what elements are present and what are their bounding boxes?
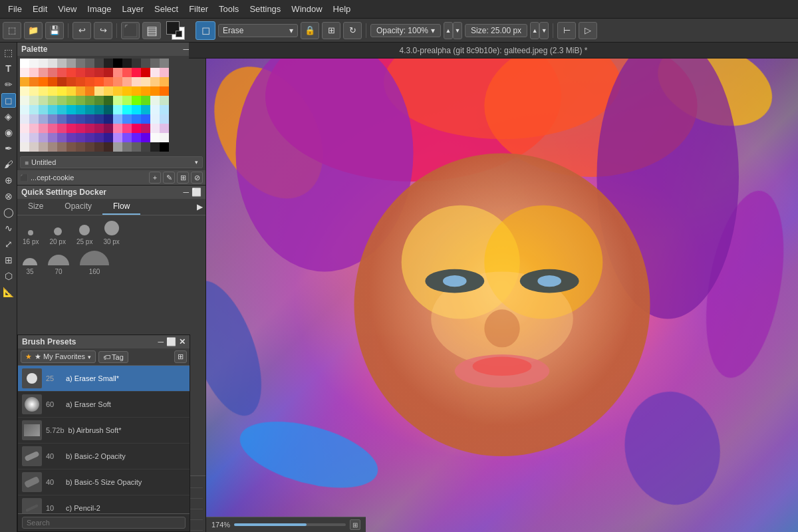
swatch[interactable] <box>132 86 141 96</box>
swatch[interactable] <box>122 86 132 96</box>
swatch[interactable] <box>122 105 132 114</box>
swatch[interactable] <box>57 96 66 105</box>
swatch[interactable] <box>20 142 29 152</box>
swatch[interactable] <box>160 68 169 77</box>
pattern-button-2[interactable]: ▤ <box>142 22 161 39</box>
swatch[interactable] <box>132 133 141 142</box>
menu-filter[interactable]: Filter <box>184 1 213 17</box>
swatch[interactable] <box>94 68 104 77</box>
swatch[interactable] <box>94 142 104 152</box>
swatch[interactable] <box>160 77 169 86</box>
palette-selector[interactable]: ■ Untitled ▾ <box>20 156 203 168</box>
swatch[interactable] <box>94 86 104 96</box>
swatch[interactable] <box>160 142 169 152</box>
swatch[interactable] <box>160 105 169 114</box>
swatch[interactable] <box>113 77 122 86</box>
brush-size-25[interactable]: 25 px <box>76 225 92 245</box>
swatch[interactable] <box>57 105 66 114</box>
swatch[interactable] <box>141 86 150 96</box>
lock-button[interactable]: 🔒 <box>301 22 319 39</box>
swatch[interactable] <box>48 68 57 77</box>
brush-selector[interactable]: Erase ▾ <box>218 24 298 37</box>
brush-list[interactable]: 25 a) Eraser Small* 60 a) Eraser Soft 5.… <box>18 366 190 513</box>
undo-button[interactable]: ↩ <box>72 22 91 39</box>
swatch[interactable] <box>20 124 29 133</box>
swatch[interactable] <box>29 68 39 77</box>
swatch[interactable] <box>76 114 85 124</box>
palette-delete-btn[interactable]: ⊘ <box>191 172 203 184</box>
smudge-tool[interactable]: ∿ <box>1 221 16 235</box>
swatch[interactable] <box>150 133 160 142</box>
swatch[interactable] <box>150 77 160 86</box>
menu-window[interactable]: Window <box>286 1 327 17</box>
swatch[interactable] <box>20 68 29 77</box>
swatch[interactable] <box>39 124 48 133</box>
opacity-down[interactable]: ▼ <box>453 22 462 39</box>
swatch[interactable] <box>104 133 113 142</box>
brush-presets-minimize[interactable]: ─ <box>158 337 164 346</box>
tab-opacity[interactable]: Opacity <box>54 199 102 215</box>
favorites-dropdown[interactable]: ★ ★ My Favorites ▾ <box>21 350 96 363</box>
swatch[interactable] <box>20 77 29 86</box>
brush-presets-header[interactable]: Brush Presets ─ ⬜ ✕ <box>18 335 190 348</box>
swatch[interactable] <box>76 68 85 77</box>
swatch[interactable] <box>122 114 132 124</box>
crop-tool[interactable]: ⊞ <box>1 253 16 267</box>
swatch[interactable] <box>122 77 132 86</box>
swatch[interactable] <box>48 96 57 105</box>
swatch[interactable] <box>85 96 94 105</box>
swatch[interactable] <box>39 142 48 152</box>
opacity-up[interactable]: ▲ <box>444 22 453 39</box>
swatch[interactable] <box>141 105 150 114</box>
swatch[interactable] <box>113 96 122 105</box>
eraser-160[interactable]: 160 <box>80 251 109 275</box>
swatch[interactable] <box>150 124 160 133</box>
grid-view-button[interactable]: ⊞ <box>174 350 187 363</box>
swatch[interactable] <box>113 86 122 96</box>
open-button[interactable]: 📁 <box>24 22 43 39</box>
swatch[interactable] <box>20 96 29 105</box>
paths-tool[interactable]: ⬡ <box>1 269 16 283</box>
swatch[interactable] <box>150 105 160 114</box>
color-pair[interactable] <box>166 21 190 40</box>
palette-edit-btn[interactable]: ✎ <box>163 172 175 184</box>
heal-tool[interactable]: ⊗ <box>1 189 16 203</box>
swatch[interactable] <box>113 68 122 77</box>
swatch[interactable] <box>85 77 94 86</box>
swatch[interactable] <box>57 59 66 68</box>
swatch[interactable] <box>76 124 85 133</box>
swatch[interactable] <box>39 86 48 96</box>
swatch[interactable] <box>141 124 150 133</box>
brush-search-input[interactable] <box>22 517 186 529</box>
swatch[interactable] <box>122 59 132 68</box>
brush-item-basic5[interactable]: 40 b) Basic-5 Size Opacity <box>18 469 190 495</box>
swatch[interactable] <box>122 96 132 105</box>
brush-item-pencil2[interactable]: 10 c) Pencil-2 <box>18 495 190 513</box>
swatch[interactable] <box>66 86 76 96</box>
brush-presets-close[interactable]: ✕ <box>179 337 186 346</box>
rect-select-tool[interactable]: ⬚ <box>1 45 16 60</box>
swatch[interactable] <box>20 105 29 114</box>
swatch[interactable] <box>104 142 113 152</box>
quick-minimize-icon[interactable]: ─ <box>183 188 189 197</box>
size-control[interactable]: Size: 25.00 px <box>465 24 527 37</box>
swatch[interactable] <box>66 142 76 152</box>
swatch[interactable] <box>150 114 160 124</box>
swatch[interactable] <box>160 114 169 124</box>
swatch[interactable] <box>85 124 94 133</box>
tab-flow[interactable]: Flow <box>102 199 140 215</box>
swatch[interactable] <box>150 96 160 105</box>
swatch[interactable] <box>29 96 39 105</box>
swatch[interactable] <box>122 68 132 77</box>
fill-tool[interactable]: ◈ <box>1 109 16 124</box>
swatch[interactable] <box>39 68 48 77</box>
size-up[interactable]: ▲ <box>530 22 539 39</box>
swatch[interactable] <box>160 86 169 96</box>
measure-tool[interactable]: 📐 <box>1 285 16 299</box>
swatch[interactable] <box>39 105 48 114</box>
eraser-tool-active[interactable]: ◻ <box>196 21 215 40</box>
swatch[interactable] <box>104 114 113 124</box>
swatch[interactable] <box>85 68 94 77</box>
swatch[interactable] <box>141 133 150 142</box>
flip-h-button[interactable]: ⊢ <box>557 22 576 39</box>
